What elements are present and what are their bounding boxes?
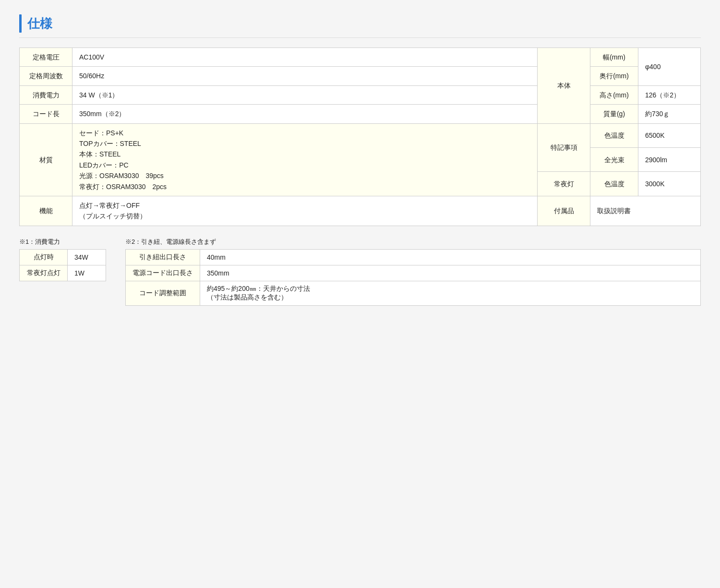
label-color-temp-main: 色温度 xyxy=(590,123,638,147)
label-function: 機能 xyxy=(20,196,72,226)
label-tokki: 特記事項 xyxy=(538,123,590,172)
table-row: 定格周波数 50/60Hz 奥行(mm) xyxy=(20,67,701,85)
label-lighting: 点灯時 xyxy=(20,249,68,265)
value-pull-cord-length: 40mm xyxy=(200,249,701,265)
value-color-temp-night: 3000K xyxy=(638,172,701,196)
label-depth: 奥行(mm) xyxy=(590,67,638,85)
value-frequency: 50/60Hz xyxy=(72,67,538,85)
main-spec-table: 定格電圧 AC100V 本体 幅(mm) φ400 定格周波数 50/60Hz … xyxy=(19,48,701,226)
label-luminous-flux: 全光束 xyxy=(590,148,638,172)
value-lighting: 34W xyxy=(68,249,106,265)
table-row: 引き紐出口長さ 40mm xyxy=(126,249,701,265)
note1-table: 点灯時 34W 常夜灯点灯 1W xyxy=(19,249,106,281)
value-phi400: φ400 xyxy=(638,48,701,86)
table-row: コード長 350mm（※2） 質量(g) 約730ｇ xyxy=(20,105,701,123)
table-row: 電源コード出口長さ 350mm xyxy=(126,265,701,281)
label-cord-length: コード長 xyxy=(20,105,72,123)
value-cord-range: 約495～約200㎜：天井からの寸法 （寸法は製品高さを含む） xyxy=(200,281,701,305)
label-frequency: 定格周波数 xyxy=(20,67,72,85)
label-power-cord-length: 電源コード出口長さ xyxy=(126,265,200,281)
page-title-section: 仕様 xyxy=(19,14,701,38)
note2-title: ※2：引き紐、電源線長さ含まず xyxy=(125,238,701,246)
value-material: セード：PS+K TOPカバー：STEEL 本体：STEEL LEDカバー：PC… xyxy=(72,123,538,196)
label-nightlight-power: 常夜灯点灯 xyxy=(20,265,68,281)
note1-title: ※1：消費電力 xyxy=(19,238,106,246)
value-weight: 約730ｇ xyxy=(638,105,701,123)
label-weight: 質量(g) xyxy=(590,105,638,123)
label-material: 材質 xyxy=(20,123,72,196)
value-cord-length: 350mm（※2） xyxy=(72,105,538,123)
table-row: 材質 セード：PS+K TOPカバー：STEEL 本体：STEEL LEDカバー… xyxy=(20,123,701,147)
value-function: 点灯→常夜灯→OFF （プルスイッチ切替） xyxy=(72,196,538,226)
value-power-cord-length: 350mm xyxy=(200,265,701,281)
value-accessories: 取扱説明書 xyxy=(590,196,701,226)
label-height: 高さ(mm) xyxy=(590,85,638,104)
label-body: 本体 xyxy=(538,48,590,124)
value-luminous-flux: 2900lm xyxy=(638,148,701,172)
label-cord-range: コード調整範囲 xyxy=(126,281,200,305)
label-accessories: 付属品 xyxy=(538,196,590,226)
value-rated-voltage: AC100V xyxy=(72,48,538,67)
table-row: 機能 点灯→常夜灯→OFF （プルスイッチ切替） 付属品 取扱説明書 xyxy=(20,196,701,226)
table-row: 常夜灯点灯 1W xyxy=(20,265,106,281)
label-power: 消費電力 xyxy=(20,85,72,104)
value-power: 34 W（※1） xyxy=(72,85,538,104)
value-color-temp-main: 6500K xyxy=(638,123,701,147)
label-rated-voltage: 定格電圧 xyxy=(20,48,72,67)
label-nightlight: 常夜灯 xyxy=(538,172,590,196)
label-pull-cord-length: 引き紐出口長さ xyxy=(126,249,200,265)
page-title: 仕様 xyxy=(27,15,52,32)
note2-table: 引き紐出口長さ 40mm 電源コード出口長さ 350mm コード調整範囲 約49… xyxy=(125,249,701,306)
note1-section: ※1：消費電力 点灯時 34W 常夜灯点灯 1W xyxy=(19,238,106,281)
note2-section: ※2：引き紐、電源線長さ含まず 引き紐出口長さ 40mm 電源コード出口長さ 3… xyxy=(125,238,701,306)
value-height: 126（※2） xyxy=(638,85,701,104)
table-row: 定格電圧 AC100V 本体 幅(mm) φ400 xyxy=(20,48,701,67)
title-bar xyxy=(19,14,22,33)
table-row: コード調整範囲 約495～約200㎜：天井からの寸法 （寸法は製品高さを含む） xyxy=(126,281,701,305)
label-width: 幅(mm) xyxy=(590,48,638,67)
table-row: 点灯時 34W xyxy=(20,249,106,265)
table-row: 消費電力 34 W（※1） 高さ(mm) 126（※2） xyxy=(20,85,701,104)
value-nightlight-power: 1W xyxy=(68,265,106,281)
notes-section: ※1：消費電力 点灯時 34W 常夜灯点灯 1W ※2：引き紐、電源線長さ含まず… xyxy=(19,238,701,306)
label-color-temp-night: 色温度 xyxy=(590,172,638,196)
